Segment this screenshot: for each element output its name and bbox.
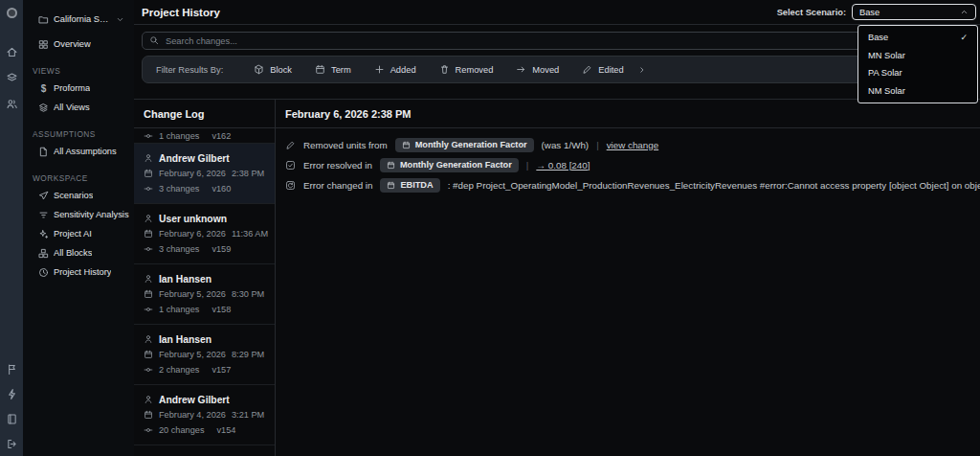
entry-version: v158 [212,305,231,314]
scenario-option-label: MN Solar [868,51,905,60]
section-title-views: VIEWS [33,66,130,76]
sidebar-item-project-ai[interactable]: Project AI [38,224,130,243]
scenario-option-label: PA Solar [868,68,902,78]
entry-changes: 20 changes [159,425,205,435]
scenario-option-pa-solar[interactable]: PA Solar [858,64,977,82]
check-icon: ✓ [960,33,968,42]
badge-label: EBITDA [400,180,433,190]
content-area: Change Log 1 changes v162 Andrew Gilbert… [134,99,980,456]
sidebar-item-overview[interactable]: Overview [38,34,130,54]
person-icon [144,214,153,223]
block-badge[interactable]: Monthly Generation Factor [380,158,519,172]
document-icon [38,147,49,157]
filter-button-removed[interactable]: Removed [428,64,505,75]
sidebar-item-label: Project History [54,267,111,277]
entry-date: February 4, 2026 [159,410,226,420]
project-selector[interactable]: California Sol... [38,10,130,29]
detail-title: February 6, 2026 2:38 PM [276,100,980,128]
changes-icon [144,131,153,141]
error-changed-icon [285,180,296,191]
entry-version: v162 [212,131,231,141]
divider: | [526,160,529,171]
changelog-title: Change Log [134,100,275,128]
block-badge[interactable]: EBITDA [380,178,439,193]
logout-icon[interactable] [6,438,18,450]
app-logo-icon[interactable] [7,8,17,18]
book-icon[interactable] [6,413,18,425]
filter-button-moved[interactable]: Moved [504,64,570,75]
entry-version: v157 [212,365,231,375]
chevron-down-icon [116,15,124,24]
search-input[interactable] [142,32,972,50]
changelog-entry-partial[interactable]: 1 changes v162 [134,128,275,144]
entry-version: v160 [212,184,231,194]
sidebar-item-all-blocks[interactable]: All Blocks [38,243,130,262]
calendar-icon [315,64,325,75]
lightning-icon[interactable] [6,388,18,400]
calendar-icon [144,289,153,299]
entry-date: February 5, 2026 [159,289,226,299]
changelog-entry[interactable]: Andrew Gilbert [134,445,275,456]
filter-button-added[interactable]: Added [363,64,428,75]
entry-version: v159 [212,244,231,254]
detail-body: Removed units from Monthly Generation Fa… [276,128,980,197]
filter-button-block[interactable]: Block [242,64,303,75]
changelog-entry[interactable]: Ian Hansen February 5, 20268:30 PM 1 cha… [134,264,275,325]
sidebar-item-scenarios[interactable]: Scenarios [38,186,130,205]
filter-bar-label: Filter Results By: [156,65,223,75]
entry-changes: 1 changes [159,305,199,314]
changelog-entry[interactable]: Ian Hansen February 5, 20268:29 PM 2 cha… [134,325,275,385]
changelog-list: 1 changes v162 Andrew Gilbert February 6… [134,128,275,456]
sidebar-item-sensitivity-analysis[interactable]: Sensitivity Analysis [38,205,130,224]
entry-author: Ian Hansen [159,274,212,285]
sidebar-item-all-views[interactable]: All Views [38,98,130,117]
filter-button-label: Moved [532,65,559,75]
layers-icon[interactable] [6,72,18,84]
scenario-option-label: Base [868,33,888,42]
scenario-option-nm-solar[interactable]: NM Solar [858,82,977,101]
search-icon [149,35,159,45]
block-badge[interactable]: Monthly Generation Factor [395,138,534,152]
change-prefix: Error resolved in [303,160,372,171]
search-row [134,25,980,50]
view-change-link[interactable]: view change [607,140,658,150]
badge-label: Monthly Generation Factor [415,140,527,149]
changes-icon [144,305,153,314]
scenario-dropdown-menu: Base ✓ MN Solar PA Solar NM Solar [858,25,978,103]
users-icon[interactable] [6,98,18,110]
changelog-entry[interactable]: Andrew Gilbert February 6, 20262:38 PM 3… [134,144,275,204]
grid-icon [38,39,49,50]
project-name: California Sol... [54,14,111,24]
entry-author: Andrew Gilbert [159,153,230,164]
scenario-select[interactable]: Base [852,4,976,20]
change-prefix: Removed units from [303,140,388,150]
select-scenario-label: Select Scenario: [777,8,846,17]
filter-button-term[interactable]: Term [303,64,363,75]
sidebar-item-all-assumptions[interactable]: All Assumptions [38,142,130,161]
filter-button-edited[interactable]: Edited [570,64,635,75]
change-detail-text: (was 1/Wh) [542,140,590,150]
entry-time: 3:21 PM [232,410,264,420]
pencil-icon [285,140,296,150]
blocks-icon [38,248,49,259]
sparkles-icon [38,229,49,239]
main-panel: Project History Select Scenario: Base Fi… [134,0,980,456]
changes-icon [144,184,153,194]
sidebar-item-proforma[interactable]: $ Proforma [38,79,130,98]
scenario-option-mn-solar[interactable]: MN Solar [858,47,977,65]
calendar-icon [402,141,411,149]
calendar-icon [387,161,395,170]
scenario-option-base[interactable]: Base ✓ [858,29,977,47]
changelog-entry[interactable]: User unknown February 6, 202611:36 AM 3 … [134,204,275,264]
chevron-right-icon[interactable] [637,65,647,75]
sidebar-item-label: Sensitivity Analysis [54,210,129,219]
flag-icon[interactable] [6,363,18,376]
sidebar-item-project-history[interactable]: Project History [38,262,130,282]
changelog-entry[interactable]: Andrew Gilbert February 4, 20263:21 PM 2… [134,385,275,445]
pencil-icon [582,64,592,75]
value-change-link[interactable]: → 0.08 [240] [536,160,590,171]
home-icon[interactable] [6,46,18,58]
person-icon [144,153,153,163]
change-row: Error resolved in Monthly Generation Fac… [285,157,980,172]
change-row: Error changed in EBITDA : #dep Project_O… [285,177,980,193]
